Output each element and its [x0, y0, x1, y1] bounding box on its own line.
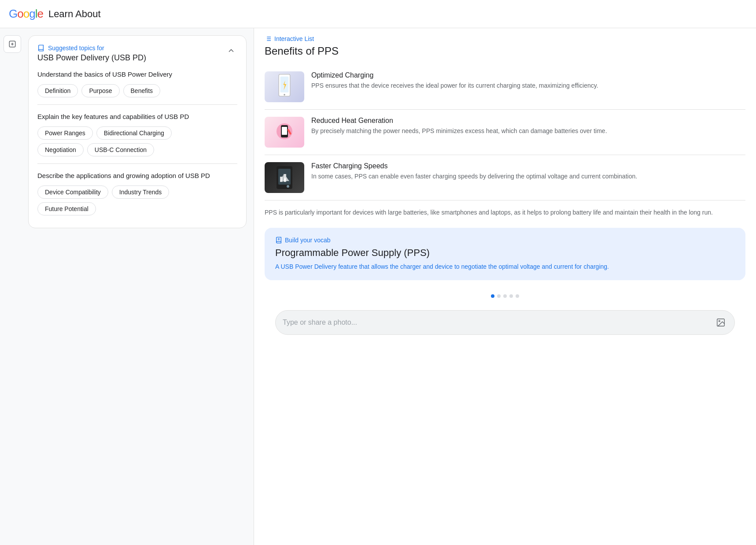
chip-benefits[interactable]: Benefits — [123, 84, 161, 97]
dot-4 — [509, 294, 513, 298]
divider-1 — [37, 104, 237, 105]
vocab-label: Build your vocab — [275, 237, 735, 244]
dot-2 — [497, 294, 501, 298]
image-icon — [716, 318, 726, 327]
benefit-heat: Reduced Heat Generation By precisely mat… — [265, 110, 745, 155]
section-adoption-chips-2: Future Potential — [37, 202, 237, 215]
svg-point-27 — [719, 321, 720, 322]
svg-rect-15 — [282, 127, 287, 135]
chip-bidirectional[interactable]: Bidirectional Charging — [96, 126, 172, 140]
section-basics-heading: Understand the basics of USB Power Deliv… — [37, 70, 237, 79]
header-title: Learn About — [48, 8, 101, 20]
dot-1 — [491, 294, 494, 298]
chip-power-ranges[interactable]: Power Ranges — [37, 126, 93, 140]
svg-point-11 — [284, 94, 285, 95]
heat-reduction-icon — [271, 119, 298, 145]
section-features-chips: Power Ranges Bidirectional Charging — [37, 126, 237, 140]
google-logo: Google — [9, 7, 43, 21]
input-bar-wrapper: Type or share a photo... — [265, 305, 745, 342]
pps-summary: PPS is particularly important for device… — [265, 208, 745, 217]
vocab-icon — [275, 237, 282, 244]
left-panel: Suggested topics for USB Power Delivery … — [25, 28, 254, 545]
dot-5 — [516, 294, 519, 298]
chip-industry-trends[interactable]: Industry Trends — [112, 185, 170, 199]
faster-charging-icon — [271, 164, 298, 191]
pagination-hint — [265, 291, 745, 305]
section-features-heading: Explain the key features and capabilitie… — [37, 112, 237, 121]
benefit-content-heat: Reduced Heat Generation By precisely mat… — [311, 117, 607, 136]
benefit-title-optimized: Optimized Charging — [311, 71, 598, 79]
book-icon — [37, 44, 44, 52]
benefits-title: Benefits of PPS — [265, 45, 745, 57]
section-basics: Understand the basics of USB Power Deliv… — [37, 70, 237, 97]
list-icon — [265, 35, 272, 42]
chip-device-compatibility[interactable]: Device Compatibility — [37, 185, 108, 199]
section-adoption: Describe the applications and growing ad… — [37, 171, 237, 215]
benefit-title-speed: Faster Charging Speeds — [311, 162, 637, 170]
chip-purpose[interactable]: Purpose — [81, 84, 119, 97]
section-basics-chips: Definition Purpose Benefits — [37, 84, 237, 97]
input-placeholder: Type or share a photo... — [283, 319, 714, 326]
share-photo-button[interactable] — [714, 316, 727, 329]
benefit-content-optimized: Optimized Charging PPS ensures that the … — [311, 71, 598, 90]
chip-negotiation[interactable]: Negotiation — [37, 143, 84, 156]
google-logo-text: Google — [9, 7, 43, 21]
benefit-desc-speed: In some cases, PPS can enable even faste… — [311, 172, 637, 181]
right-panel: Interactive List Benefits of PPS Optimiz… — [254, 28, 756, 545]
section-features: Explain the key features and capabilitie… — [37, 112, 237, 156]
main-layout: Suggested topics for USB Power Delivery … — [0, 28, 756, 545]
input-bar: Type or share a photo... — [275, 310, 735, 335]
vocab-definition: A USB Power Delivery feature that allows… — [275, 262, 735, 271]
card-header: Suggested topics for USB Power Delivery … — [37, 44, 237, 63]
sidebar-toggle-area — [0, 28, 25, 545]
section-adoption-chips: Device Compatibility Industry Trends — [37, 185, 237, 199]
benefit-speed: Faster Charging Speeds In some cases, PP… — [265, 155, 745, 200]
interactive-list-tag: Interactive List — [265, 35, 745, 42]
phone-charging-icon — [273, 74, 295, 100]
benefit-desc-heat: By precisely matching the power needs, P… — [311, 126, 607, 136]
benefit-thumb-optimized — [265, 71, 304, 102]
chevron-up-icon — [227, 46, 236, 55]
collapse-button[interactable] — [225, 44, 237, 59]
benefit-content-speed: Faster Charging Speeds In some cases, PP… — [311, 162, 637, 181]
chip-definition[interactable]: Definition — [37, 84, 78, 97]
benefit-title-heat: Reduced Heat Generation — [311, 117, 607, 125]
dot-3 — [503, 294, 507, 298]
topic-title: USB Power Delivery (USB PD) — [37, 53, 146, 63]
benefit-optimized: Optimized Charging PPS ensures that the … — [265, 64, 745, 110]
benefit-thumb-heat — [265, 117, 304, 148]
topic-header-text: Suggested topics for USB Power Delivery … — [37, 44, 146, 63]
benefit-desc-optimized: PPS ensures that the device receives the… — [311, 81, 598, 90]
svg-point-23 — [287, 185, 289, 188]
vocab-card: Build your vocab Programmable Power Supp… — [265, 228, 745, 280]
pagination-dots — [491, 294, 519, 298]
benefit-thumb-speed — [265, 162, 304, 193]
new-chat-button[interactable] — [4, 35, 21, 53]
chip-usbc[interactable]: USB-C Connection — [87, 143, 154, 156]
suggested-label: Suggested topics for — [37, 44, 146, 52]
divider-2 — [37, 163, 237, 164]
chip-future-potential[interactable]: Future Potential — [37, 202, 96, 215]
section-adoption-heading: Describe the applications and growing ad… — [37, 171, 237, 180]
section-features-chips-2: Negotiation USB-C Connection — [37, 143, 237, 156]
vocab-term: Programmable Power Supply (PPS) — [275, 247, 735, 259]
app-header: Google Learn About — [0, 0, 756, 28]
topics-card: Suggested topics for USB Power Delivery … — [28, 35, 247, 228]
